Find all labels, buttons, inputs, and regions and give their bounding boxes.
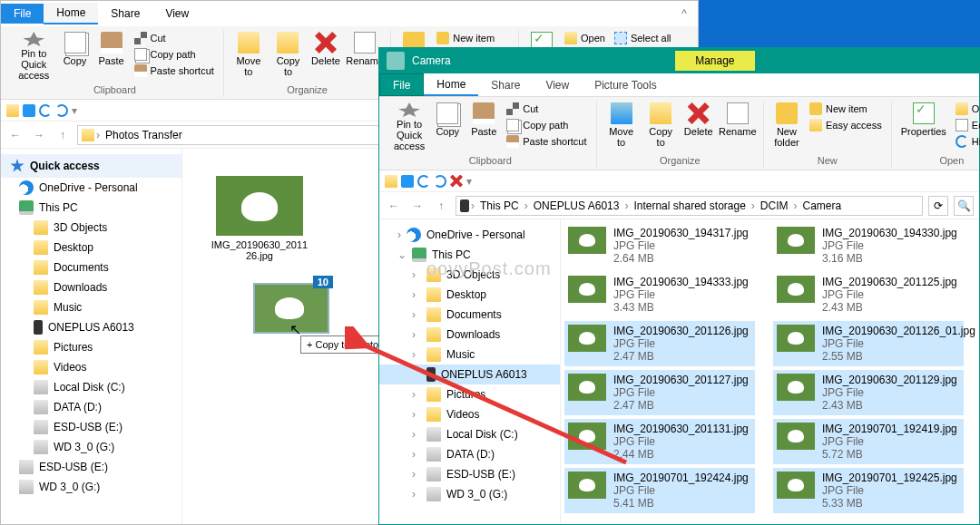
save-icon[interactable] xyxy=(23,104,35,117)
nav-item[interactable]: ›Documents xyxy=(379,305,560,325)
up-button[interactable]: ↑ xyxy=(54,126,72,144)
nav-item[interactable]: DATA (D:) xyxy=(1,397,181,417)
nav-item[interactable]: ›Desktop xyxy=(379,285,560,305)
nav-esd-usb[interactable]: ESD-USB (E:) xyxy=(1,457,181,477)
breadcrumb-item[interactable]: This PC xyxy=(476,198,523,214)
cut-button[interactable]: Cut xyxy=(131,30,218,46)
nav-item[interactable]: ›Local Disk (C:) xyxy=(379,424,560,444)
forward-button[interactable]: → xyxy=(30,126,48,144)
paste-shortcut-button[interactable]: Paste shortcut xyxy=(503,133,590,150)
file-item[interactable]: IMG_20190701_192424.jpgJPG File5.41 MB xyxy=(564,468,755,513)
nav-item[interactable]: ESD-USB (E:) xyxy=(1,417,181,437)
nav-item[interactable]: ONEPLUS A6013 xyxy=(1,317,181,337)
open-button[interactable]: Open xyxy=(561,30,609,46)
redo-icon[interactable] xyxy=(55,104,68,117)
forward-button[interactable]: → xyxy=(408,197,426,215)
nav-item[interactable]: Pictures xyxy=(1,337,181,357)
refresh-button[interactable]: ⟳ xyxy=(928,196,948,216)
view-tab[interactable]: View xyxy=(152,4,201,24)
paste-button[interactable]: Paste xyxy=(466,101,501,153)
breadcrumb-item[interactable]: Internal shared storage xyxy=(630,198,749,214)
manage-tab[interactable]: Manage xyxy=(675,51,754,71)
nav-item[interactable]: Music xyxy=(1,297,181,317)
save-icon[interactable] xyxy=(401,175,414,188)
move-to-button[interactable]: Move to xyxy=(230,30,268,83)
delete-icon[interactable] xyxy=(450,175,463,188)
paste-button[interactable]: Paste xyxy=(94,30,129,83)
select-all-button[interactable]: Select all xyxy=(611,30,687,46)
file-item[interactable]: IMG_20190630_201126.jpg xyxy=(210,176,309,261)
breadcrumb-item[interactable]: DCIM xyxy=(757,198,792,214)
nav-item[interactable]: ›WD 3_0 (G:) xyxy=(379,484,560,504)
copy-path-button[interactable]: Copy path xyxy=(131,46,218,63)
cut-button[interactable]: Cut xyxy=(503,101,590,117)
redo-icon[interactable] xyxy=(434,175,446,188)
share-tab[interactable]: Share xyxy=(98,4,152,24)
file-item[interactable]: IMG_20190630_194330.jpgJPG File3.16 MB xyxy=(773,223,964,268)
file-item[interactable]: IMG_20190630_194333.jpgJPG File3.43 MB xyxy=(564,272,755,317)
file-item[interactable]: IMG_20190630_201129.jpgJPG File2.43 MB xyxy=(773,370,964,415)
nav-onedrive[interactable]: OneDrive - Personal xyxy=(1,178,181,198)
breadcrumb-item[interactable]: Photos Transfer xyxy=(102,127,186,143)
history-button[interactable]: History xyxy=(952,133,980,150)
file-item[interactable]: IMG_20190630_201127.jpgJPG File2.47 MB xyxy=(564,370,755,415)
copy-path-button[interactable]: Copy path xyxy=(503,117,590,133)
move-to-button[interactable]: Move to xyxy=(603,101,641,153)
breadcrumb-item[interactable]: ONEPLUS A6013 xyxy=(530,198,623,214)
nav-item[interactable]: Documents xyxy=(1,258,181,277)
nav-item[interactable]: Videos xyxy=(1,357,181,377)
quick-access-header[interactable]: Quick access xyxy=(1,154,181,178)
paste-shortcut-button[interactable]: Paste shortcut xyxy=(131,63,218,79)
pin-quick-access-button[interactable]: Pin to Quick access xyxy=(390,101,428,153)
home-tab[interactable]: Home xyxy=(44,3,98,24)
nav-item[interactable]: ›Music xyxy=(379,345,560,365)
file-item[interactable]: IMG_20190630_201131.jpgJPG File2.44 MB xyxy=(564,419,755,464)
nav-this-pc[interactable]: This PC xyxy=(1,198,181,218)
nav-item[interactable]: ›Downloads xyxy=(379,325,560,345)
copy-button[interactable]: Copy xyxy=(430,101,465,153)
nav-item[interactable]: ›Videos xyxy=(379,404,560,424)
file-item[interactable]: IMG_20190630_194317.jpgJPG File2.64 MB xyxy=(564,223,755,268)
nav-item[interactable]: Downloads xyxy=(1,277,181,297)
nav-item[interactable]: Desktop xyxy=(1,238,181,258)
nav-item[interactable]: Local Disk (C:) xyxy=(1,377,181,397)
nav-wd[interactable]: WD 3_0 (G:) xyxy=(1,477,181,497)
nav-onedrive[interactable]: ›OneDrive - Personal xyxy=(379,225,560,245)
picture-tools-tab[interactable]: Picture Tools xyxy=(582,73,669,96)
rename-button[interactable]: Rename xyxy=(718,101,758,153)
breadcrumb[interactable]: ›This PC›ONEPLUS A6013›Internal shared s… xyxy=(456,196,923,216)
chevron-down-icon[interactable]: ▾ xyxy=(72,104,77,117)
chevron-down-icon[interactable]: ▾ xyxy=(466,175,472,188)
copy-to-button[interactable]: Copy to xyxy=(642,101,680,153)
open-button[interactable]: Open xyxy=(952,101,980,117)
new-item-button[interactable]: New item xyxy=(433,30,513,46)
new-item-button[interactable]: New item xyxy=(806,101,886,117)
file-tab[interactable]: File xyxy=(379,73,424,96)
properties-button[interactable]: Properties xyxy=(897,101,950,153)
new-folder-button[interactable]: New folder xyxy=(769,101,804,153)
nav-item[interactable]: ›Pictures xyxy=(379,384,560,404)
breadcrumb-item[interactable]: Camera xyxy=(799,198,846,214)
pin-quick-access-button[interactable]: Pin to Quick access xyxy=(12,30,56,83)
search-input[interactable]: 🔍 xyxy=(954,196,974,216)
file-item[interactable]: IMG_20190701_192425.jpgJPG File5.33 MB xyxy=(773,468,964,513)
nav-item[interactable]: ›DATA (D:) xyxy=(379,444,560,464)
file-item[interactable]: IMG_20190630_201126.jpgJPG File2.47 MB xyxy=(564,321,755,366)
nav-item[interactable]: ONEPLUS A6013 xyxy=(379,365,560,384)
back-button[interactable]: ← xyxy=(385,197,403,215)
copy-button[interactable]: Copy xyxy=(58,30,93,83)
copy-to-button[interactable]: Copy to xyxy=(270,30,307,83)
easy-access-button[interactable]: Easy access xyxy=(806,117,886,133)
delete-button[interactable]: Delete xyxy=(681,101,716,153)
undo-icon[interactable] xyxy=(39,104,52,117)
file-item[interactable]: IMG_20190701_192419.jpgJPG File5.72 MB xyxy=(773,419,964,464)
up-button[interactable]: ↑ xyxy=(432,197,450,215)
back-button[interactable]: ← xyxy=(6,126,24,144)
file-tab[interactable]: File xyxy=(1,4,44,24)
file-item[interactable]: IMG_20190630_201126_01.jpgJPG File2.55 M… xyxy=(773,321,964,366)
file-pane[interactable]: IMG_20190630_194317.jpgJPG File2.64 MBIM… xyxy=(561,219,979,524)
view-tab[interactable]: View xyxy=(533,73,582,96)
nav-item[interactable]: ›ESD-USB (E:) xyxy=(379,464,560,484)
file-item[interactable]: IMG_20190630_201125.jpgJPG File2.43 MB xyxy=(773,272,964,317)
nav-item[interactable]: WD 3_0 (G:) xyxy=(1,437,181,457)
